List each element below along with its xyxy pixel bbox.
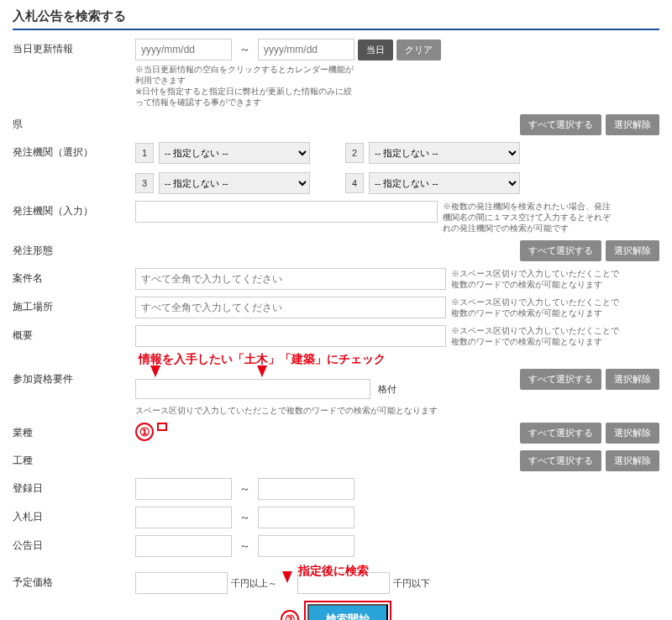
price-high-label: 千円以下 — [393, 577, 430, 590]
clear-button[interactable]: クリア — [396, 39, 441, 60]
callout-circle-2: ② — [281, 610, 299, 620]
note-subject: ※スペース区切りで入力していただくことで複数のワードでの検索が可能となります — [451, 268, 619, 290]
label-org-sel: 発注機関（選択） — [13, 142, 130, 160]
page-title: 入札公告を検索する — [13, 8, 659, 30]
search-button[interactable]: 検索開始 — [307, 604, 388, 620]
callout-circle-1: ① — [135, 423, 154, 441]
label-bid-date: 入札日 — [13, 507, 130, 524]
label-subject: 案件名 — [13, 268, 130, 286]
org-input[interactable] — [135, 201, 438, 223]
price-low[interactable] — [135, 572, 228, 594]
note-summary: ※スペース区切りで入力していただくことで複数のワードでの検索が可能となります — [451, 325, 619, 347]
label-grade: 参加資格要件 — [13, 369, 130, 386]
label-location: 施工場所 — [13, 297, 130, 314]
arrow-icon-2 — [257, 365, 267, 377]
org-badge-4: 4 — [345, 173, 364, 193]
grade-input[interactable] — [135, 379, 370, 399]
ot-select-all[interactable]: すべて選択する — [520, 240, 601, 261]
subject-input[interactable] — [135, 268, 446, 290]
today-button[interactable]: 当日 — [358, 39, 393, 60]
pref-select-all[interactable]: すべて選択する — [520, 114, 601, 135]
wt-deselect[interactable]: 選択解除 — [606, 450, 659, 471]
industry-redbox — [157, 423, 167, 431]
notice-date-to[interactable] — [258, 535, 354, 557]
notice-date-from[interactable] — [135, 535, 232, 557]
search-redbox: 検索開始 — [304, 601, 391, 620]
tilde: ～ — [235, 42, 255, 57]
label-org-in: 発注機関（入力） — [13, 201, 130, 218]
label-update: 当日更新情報 — [13, 39, 130, 56]
arrow-icon-1 — [150, 365, 160, 377]
callout-search: 指定後に検索 — [298, 564, 369, 579]
org-select-1[interactable]: -- 指定しない -- — [159, 142, 310, 164]
update-date-from[interactable] — [135, 39, 232, 60]
label-industry: 業種 — [13, 423, 130, 440]
price-low-label: 千円以上～ — [231, 577, 277, 590]
label-reg-date: 登録日 — [13, 478, 130, 496]
note-org-in: ※複数の発注機関を検索されたい場合、発注機関名の間に１マス空けて入力するとそれぞ… — [443, 201, 611, 234]
label-pref: 県 — [13, 114, 130, 132]
grade-select-all[interactable]: すべて選択する — [520, 369, 601, 390]
org-badge-3: 3 — [135, 173, 154, 193]
ind-deselect[interactable]: 選択解除 — [606, 423, 659, 444]
grade-label: 格付 — [378, 383, 396, 396]
reg-date-to[interactable] — [258, 478, 354, 500]
note-grade: スペース区切りで入力していただことで複数のワードでの検索が可能となります — [135, 405, 438, 416]
label-est-price: 予定価格 — [13, 572, 130, 590]
org-select-3[interactable]: -- 指定しない -- — [159, 172, 310, 194]
note-location: ※スペース区切りで入力していただくことで複数のワードでの検索が可能となります — [451, 297, 619, 318]
label-order-type: 発注形態 — [13, 240, 130, 258]
ind-select-all[interactable]: すべて選択する — [520, 423, 601, 444]
org-select-2[interactable]: -- 指定しない -- — [369, 142, 520, 164]
label-notice-date: 公告日 — [13, 535, 130, 553]
bid-date-from[interactable] — [135, 507, 232, 528]
arrow-icon-search — [282, 571, 292, 583]
label-work-type: 工種 — [13, 450, 130, 468]
bid-date-to[interactable] — [258, 507, 354, 528]
location-input[interactable] — [135, 297, 446, 318]
reg-date-from[interactable] — [135, 478, 232, 500]
ot-deselect[interactable]: 選択解除 — [606, 240, 659, 261]
summary-input[interactable] — [135, 325, 446, 347]
org-select-4[interactable]: -- 指定しない -- — [369, 172, 520, 194]
org-badge-2: 2 — [345, 143, 364, 163]
grade-deselect[interactable]: 選択解除 — [606, 369, 659, 390]
label-summary: 概要 — [13, 325, 130, 343]
pref-deselect[interactable]: 選択解除 — [606, 114, 659, 135]
wt-select-all[interactable]: すべて選択する — [520, 450, 601, 471]
update-date-to[interactable] — [258, 39, 354, 60]
org-badge-1: 1 — [135, 143, 154, 163]
note-update: ※当日更新情報の空白をクリックするとカレンダー機能が利用できます ※日付を指定す… — [135, 64, 354, 108]
